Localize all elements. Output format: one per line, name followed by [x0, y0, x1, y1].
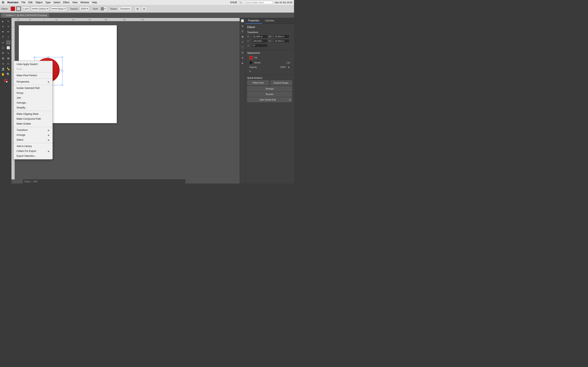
align-icon[interactable]: ⊟	[141, 7, 147, 11]
arrange-btn[interactable]: Arrange	[247, 86, 292, 91]
type-tool[interactable]: T	[1, 35, 6, 40]
gradient-tool[interactable]: ⬜	[6, 45, 11, 50]
handle-top-center[interactable]	[48, 57, 49, 58]
paintbucket-tool[interactable]: ⬡	[1, 45, 6, 50]
fill-swatch[interactable]	[11, 7, 15, 11]
x-input[interactable]	[252, 35, 268, 38]
tab-properties[interactable]: Properties	[245, 18, 262, 24]
fx-label[interactable]: fx.	[249, 70, 252, 72]
ctx-collect-export[interactable]: Collect For Export ▶	[14, 149, 52, 154]
global-edit-arrow-btn[interactable]: ▾	[288, 97, 292, 102]
zoom-tool[interactable]: 🔍	[6, 72, 11, 77]
direct-selection-tool[interactable]: ↖	[6, 19, 11, 24]
ctx-export-selection[interactable]: Export Selection...	[14, 154, 52, 158]
side-icon-transform2[interactable]: ⬡	[241, 45, 245, 49]
stroke-width-dropdown[interactable]: 1 pt ▾	[22, 7, 30, 11]
lasso-tool[interactable]: ⌖	[1, 24, 6, 29]
stroke-swatch[interactable]	[249, 61, 252, 64]
handle-bot-right[interactable]	[62, 84, 63, 86]
document-tab[interactable]: × Untitled-1* @ 48% (CMYK/GPU Preview)	[1, 13, 49, 17]
menu-help[interactable]: Help	[92, 1, 97, 4]
menu-select[interactable]: Select	[53, 1, 60, 4]
ctx-average[interactable]: Average...	[14, 100, 52, 105]
ctx-clipping-mask[interactable]: Make Clipping Mask	[14, 111, 52, 117]
blend-tool[interactable]: ⊗	[1, 56, 6, 61]
stock-search-input[interactable]	[244, 1, 273, 4]
app-name[interactable]: Illustrator	[7, 1, 18, 4]
menu-user[interactable]: KHUE	[230, 1, 237, 4]
search-icon[interactable]: 🔍	[239, 1, 242, 4]
offset-path-btn[interactable]: Offset Path	[247, 80, 269, 85]
menu-view[interactable]: View	[72, 1, 78, 4]
side-handle[interactable]	[61, 69, 62, 71]
ctx-isolate[interactable]: Isolate Selected Path	[14, 86, 52, 91]
measure-tool[interactable]: 📏	[6, 67, 11, 71]
fill-stroke-widget[interactable]	[3, 78, 8, 83]
width-tool[interactable]: ⊃	[1, 61, 6, 66]
style-dropdown[interactable]: ▾	[100, 7, 107, 11]
ctx-group[interactable]: Group	[14, 91, 52, 95]
stroke-type-dropdown[interactable]: Uniform ▾	[31, 7, 49, 11]
recolor-btn[interactable]: Recolor	[247, 92, 292, 97]
handle-mid-right[interactable]	[62, 71, 63, 72]
handle-top-left[interactable]	[34, 57, 35, 58]
fill-color-swatch[interactable]	[249, 56, 252, 59]
ctx-guides[interactable]: Make Guides	[14, 121, 52, 126]
scale-tool[interactable]: ⤡	[6, 50, 11, 55]
warp-tool[interactable]: ⊂	[6, 61, 11, 66]
side-icon-link[interactable]: ✦	[241, 40, 245, 44]
side-icon-color[interactable]: ⬜	[241, 19, 245, 23]
ctx-sep-4	[14, 111, 52, 111]
ellipse-tool[interactable]: ◯	[6, 40, 11, 45]
ctx-transform[interactable]: Transform ▶	[14, 128, 52, 133]
w-input[interactable]	[274, 35, 289, 38]
side-icon-pathfinder[interactable]: ⊕	[241, 56, 245, 60]
eyedropper-tool[interactable]: 🔬	[1, 67, 6, 71]
ctx-undo[interactable]: Undo Apply Swatch	[14, 62, 52, 67]
pencil-tool[interactable]: ✏	[6, 29, 11, 34]
handle-top-right[interactable]	[62, 57, 63, 58]
canvas-area[interactable]: 100 50 0 50 100 150 200 250 300 5 1	[11, 18, 240, 184]
start-global-edit-btn[interactable]: Start Global Edit	[247, 97, 288, 102]
menu-window[interactable]: Window	[80, 1, 89, 4]
side-icon-appear[interactable]: ◈	[241, 61, 245, 65]
h-input[interactable]	[274, 39, 289, 43]
hand-tool[interactable]: ✋	[1, 72, 6, 77]
magic-wand-tool[interactable]: ✧	[6, 24, 11, 29]
line-tool[interactable]: /	[6, 35, 11, 40]
rect-tool[interactable]: ▭	[1, 40, 6, 45]
ctx-perspective[interactable]: Perspective ▶	[14, 79, 52, 84]
ctx-simplify[interactable]: Simplify...	[14, 105, 52, 110]
ctx-arrange[interactable]: Arrange ▶	[14, 133, 52, 137]
ctx-join[interactable]: Join	[14, 95, 52, 100]
menu-object[interactable]: Object	[35, 1, 43, 4]
tab-libraries[interactable]: Libraries	[262, 18, 277, 24]
arrange-icon[interactable]: ⊞	[135, 7, 140, 11]
ctx-select[interactable]: Select ▶	[14, 137, 52, 142]
brush-type-dropdown[interactable]: Basic ▾	[51, 7, 67, 11]
menu-type[interactable]: Type	[45, 1, 51, 4]
transform-btn[interactable]: Transform	[119, 7, 132, 11]
menu-effect[interactable]: Effect	[63, 1, 69, 4]
opacity-expand-icon[interactable]: ▶	[288, 66, 290, 68]
selection-tool[interactable]: ▸	[1, 19, 6, 24]
ctx-add-library[interactable]: Add to Library	[14, 144, 52, 149]
stroke-icon[interactable]	[16, 7, 21, 11]
ctx-compound-path[interactable]: Make Compound Path	[14, 117, 52, 121]
ctx-pixel-perfect[interactable]: Make Pixel Perfect	[14, 73, 52, 78]
mesh-tool[interactable]: ⊞	[6, 56, 11, 61]
side-icon-align[interactable]: ⊟	[241, 50, 245, 55]
side-icon-assets[interactable]: ◉	[241, 35, 245, 39]
apple-menu[interactable]: ⌘	[2, 1, 4, 4]
opacity-dropdown[interactable]: 100% ▾	[80, 7, 89, 11]
side-icon-properties[interactable]: ☰	[241, 29, 245, 33]
rotate-tool[interactable]: ↻	[1, 50, 6, 55]
menu-edit[interactable]: Edit	[28, 1, 33, 4]
tab-close[interactable]: ×	[3, 14, 4, 16]
angle-input[interactable]	[252, 44, 268, 47]
menu-file[interactable]: File	[21, 1, 25, 4]
pen-tool[interactable]: ✒	[1, 29, 6, 34]
side-icon-layer[interactable]: ⊞	[241, 24, 245, 28]
expand-shape-btn[interactable]: Expand Shape	[270, 80, 292, 85]
y-input[interactable]	[252, 39, 268, 43]
